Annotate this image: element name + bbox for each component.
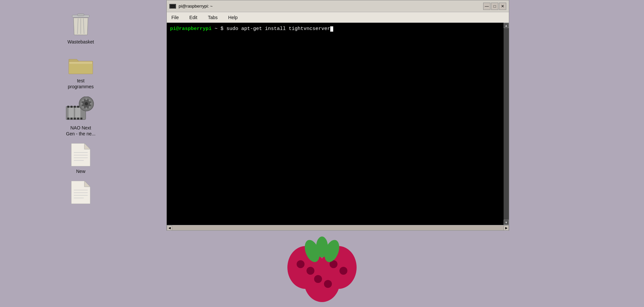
menu-edit[interactable]: Edit bbox=[188, 14, 199, 21]
svg-point-23 bbox=[81, 103, 83, 105]
close-button[interactable]: ✕ bbox=[499, 3, 506, 10]
film-icon bbox=[66, 97, 96, 123]
svg-rect-12 bbox=[71, 118, 73, 120]
wastebasket-label: Wastebasket bbox=[68, 39, 94, 45]
prompt-command: sudo apt-get install tightvncserver bbox=[226, 26, 330, 32]
svg-point-50 bbox=[339, 267, 347, 275]
new-doc-icon bbox=[71, 143, 90, 166]
menu-file[interactable]: File bbox=[169, 14, 181, 21]
new-doc2-icon-container[interactable] bbox=[58, 181, 104, 204]
svg-rect-11 bbox=[67, 118, 69, 120]
folder-icon bbox=[68, 55, 94, 76]
minimize-button[interactable]: — bbox=[483, 3, 490, 10]
terminal-body[interactable]: pi@raspberrypi ~ $ sudo apt-get install … bbox=[167, 23, 509, 225]
folder-icon-container[interactable]: test programmes bbox=[58, 55, 104, 90]
terminal-titlebar: pi@raspberrypi: ~ — □ ✕ bbox=[167, 0, 509, 12]
svg-rect-17 bbox=[75, 108, 80, 118]
svg-point-24 bbox=[90, 103, 92, 105]
svg-rect-14 bbox=[77, 118, 79, 120]
svg-marker-30 bbox=[84, 143, 90, 149]
svg-point-28 bbox=[89, 99, 91, 101]
svg-point-20 bbox=[85, 102, 88, 105]
terminal-menubar: File Edit Tabs Help bbox=[167, 12, 509, 23]
svg-point-25 bbox=[82, 99, 84, 101]
film-label: NAO Next Gen - the ne... bbox=[66, 125, 96, 137]
wastebasket-icon-container[interactable]: Wastebasket bbox=[58, 13, 104, 45]
film-icon-container[interactable]: NAO Next Gen - the ne... bbox=[58, 97, 104, 137]
hscroll-right-arrow[interactable]: ▶ bbox=[504, 225, 509, 231]
titlebar-buttons: — □ ✕ bbox=[483, 3, 506, 10]
scroll-up-arrow[interactable]: ▲ bbox=[504, 23, 509, 28]
svg-point-52 bbox=[324, 280, 332, 288]
svg-point-26 bbox=[89, 106, 91, 108]
svg-point-48 bbox=[307, 267, 314, 275]
terminal-title: pi@raspberrypi: ~ bbox=[179, 4, 213, 9]
hscroll-left-arrow[interactable]: ◀ bbox=[167, 225, 172, 231]
svg-marker-36 bbox=[84, 181, 90, 187]
scrollbar-track[interactable] bbox=[504, 28, 509, 220]
maximize-button[interactable]: □ bbox=[491, 3, 498, 10]
prompt-tilde: ~ $ bbox=[212, 26, 226, 32]
new-doc-label: New bbox=[76, 168, 85, 174]
svg-point-51 bbox=[314, 275, 322, 283]
new-doc-icon-container[interactable]: New bbox=[58, 143, 104, 174]
new-doc2-icon bbox=[71, 181, 90, 204]
svg-rect-7 bbox=[71, 106, 73, 108]
terminal-scrollbar[interactable]: ▲ ▼ bbox=[504, 23, 509, 225]
svg-rect-13 bbox=[74, 118, 76, 120]
wastebasket-icon bbox=[70, 13, 92, 37]
terminal-prompt-line: pi@raspberrypi ~ $ sudo apt-get install … bbox=[170, 26, 333, 32]
svg-rect-6 bbox=[67, 106, 69, 108]
svg-point-27 bbox=[82, 106, 84, 108]
prompt-user: pi@raspberrypi bbox=[170, 26, 212, 32]
svg-rect-9 bbox=[77, 106, 79, 108]
raspberry-pi-logo bbox=[269, 228, 375, 307]
svg-rect-1 bbox=[77, 14, 84, 16]
svg-rect-8 bbox=[74, 106, 76, 108]
svg-rect-15 bbox=[80, 118, 82, 120]
menu-help[interactable]: Help bbox=[226, 14, 240, 21]
desktop: Wastebasket test programmes bbox=[0, 0, 161, 307]
terminal-cursor bbox=[330, 26, 333, 32]
folder-label: test programmes bbox=[68, 78, 94, 90]
scroll-down-arrow[interactable]: ▼ bbox=[504, 220, 509, 225]
svg-rect-16 bbox=[69, 108, 74, 118]
svg-point-47 bbox=[297, 260, 305, 268]
terminal-content: pi@raspberrypi ~ $ sudo apt-get install … bbox=[167, 23, 509, 35]
menu-tabs[interactable]: Tabs bbox=[206, 14, 220, 21]
svg-point-22 bbox=[85, 107, 87, 109]
svg-point-21 bbox=[85, 98, 87, 100]
terminal-window: pi@raspberrypi: ~ — □ ✕ File Edit Tabs H… bbox=[166, 0, 509, 231]
terminal-app-icon bbox=[169, 4, 176, 9]
title-left: pi@raspberrypi: ~ bbox=[169, 4, 213, 9]
